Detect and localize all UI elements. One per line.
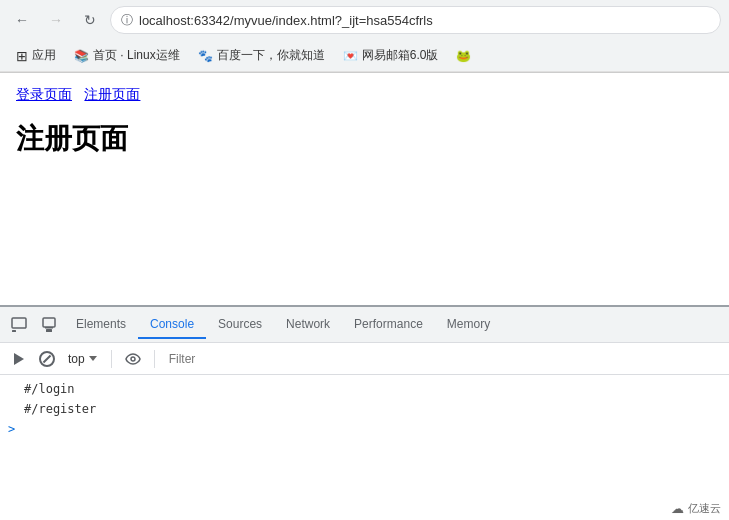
devtools-tabs: Elements Console Sources Network Perform… (0, 307, 729, 343)
back-button[interactable]: ← (8, 6, 36, 34)
tab-elements[interactable]: Elements (64, 311, 138, 339)
bookmark-frog[interactable]: 🐸 (448, 46, 479, 66)
mail-icon: 💌 (343, 49, 358, 63)
chevron-down-icon (89, 356, 97, 361)
browser-chrome: ← → ↻ ⓘ localhost:63342/myvue/index.html… (0, 0, 729, 73)
clear-console-button[interactable] (36, 348, 58, 370)
info-icon: ⓘ (121, 12, 133, 29)
url-text: localhost:63342/myvue/index.html?_ijt=hs… (139, 13, 433, 28)
inspect-icon-button[interactable] (4, 310, 34, 340)
context-selector[interactable]: top (64, 350, 101, 368)
bookmark-apps[interactable]: ⊞ 应用 (8, 44, 64, 67)
context-label: top (68, 352, 85, 366)
bottom-bar: ☁ 亿速云 (663, 497, 729, 520)
prompt-arrow: > (8, 422, 15, 436)
console-toolbar: top (0, 343, 729, 375)
nav-bar: ← → ↻ ⓘ localhost:63342/myvue/index.html… (0, 0, 729, 40)
svg-rect-4 (45, 327, 53, 329)
device-icon-button[interactable] (34, 310, 64, 340)
bookmark-label: 应用 (32, 47, 56, 64)
branding-label: 亿速云 (688, 501, 721, 516)
svg-rect-3 (46, 329, 52, 332)
divider (111, 350, 112, 368)
login-link[interactable]: 登录页面 (16, 86, 72, 102)
tab-sources[interactable]: Sources (206, 311, 274, 339)
bookmarks-bar: ⊞ 应用 📚 首页 · Linux运维 🐾 百度一下，你就知道 💌 网易邮箱6.… (0, 40, 729, 72)
bookmark-label: 网易邮箱6.0版 (362, 47, 439, 64)
register-link[interactable]: 注册页面 (84, 86, 140, 102)
tab-memory[interactable]: Memory (435, 311, 502, 339)
svg-rect-2 (43, 318, 55, 327)
page-heading: 注册页面 (16, 120, 713, 158)
book-icon: 📚 (74, 49, 89, 63)
filter-input[interactable] (165, 350, 721, 368)
bookmark-163[interactable]: 💌 网易邮箱6.0版 (335, 44, 447, 67)
console-line: #/register (0, 399, 729, 419)
svg-rect-0 (12, 318, 26, 328)
bookmark-label: 百度一下，你就知道 (217, 47, 325, 64)
bookmark-baidu[interactable]: 🐾 百度一下，你就知道 (190, 44, 333, 67)
eye-icon-button[interactable] (122, 348, 144, 370)
page-links: 登录页面 注册页面 (16, 85, 713, 104)
svg-rect-1 (12, 330, 16, 332)
bookmark-linux[interactable]: 📚 首页 · Linux运维 (66, 44, 188, 67)
devtools-panel: Elements Console Sources Network Perform… (0, 305, 729, 505)
bookmark-label: 首页 · Linux运维 (93, 47, 180, 64)
divider2 (154, 350, 155, 368)
page-content: 登录页面 注册页面 注册页面 (0, 73, 729, 305)
tab-console[interactable]: Console (138, 311, 206, 339)
tab-performance[interactable]: Performance (342, 311, 435, 339)
paw-icon: 🐾 (198, 49, 213, 63)
forward-button[interactable]: → (42, 6, 70, 34)
refresh-button[interactable]: ↻ (76, 6, 104, 34)
tab-network[interactable]: Network (274, 311, 342, 339)
console-prompt[interactable]: > (0, 419, 729, 439)
frog-icon: 🐸 (456, 49, 471, 63)
console-output: #/login #/register > (0, 375, 729, 505)
run-script-button[interactable] (8, 348, 30, 370)
address-bar[interactable]: ⓘ localhost:63342/myvue/index.html?_ijt=… (110, 6, 721, 34)
grid-icon: ⊞ (16, 48, 28, 64)
svg-point-5 (131, 357, 135, 361)
console-line: #/login (0, 379, 729, 399)
cloud-icon: ☁ (671, 501, 684, 516)
